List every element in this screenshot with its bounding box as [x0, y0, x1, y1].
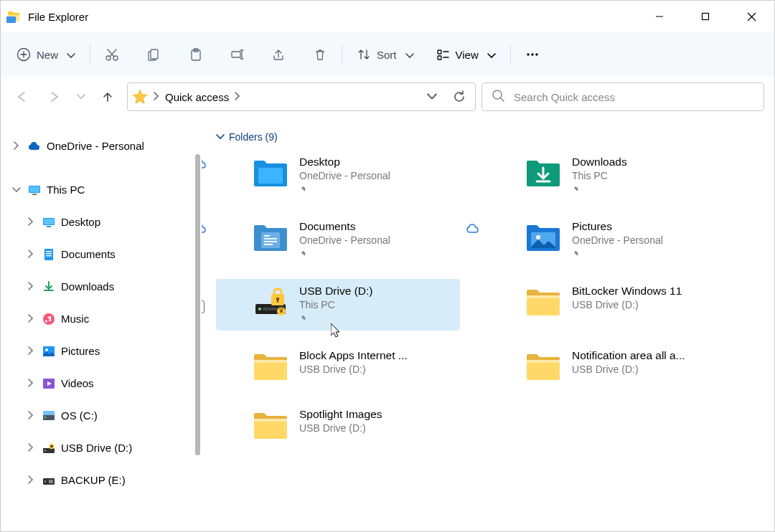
- item-title: Desktop: [299, 156, 390, 168]
- section-header[interactable]: Folders (9): [216, 131, 760, 143]
- separator: [510, 44, 511, 65]
- item-icon: [41, 343, 57, 359]
- folder-item[interactable]: Spotlight Images USB Drive (D:): [216, 402, 460, 448]
- sort-button[interactable]: Sort: [349, 40, 421, 69]
- item-title: BitLocker Windows 11: [572, 285, 682, 298]
- item-title: Block Apps Internet ...: [299, 349, 408, 362]
- main: OneDrive - Personal This PC Desktop Docu…: [1, 121, 774, 532]
- folder-item[interactable]: Notification area all a... USB Drive (D:…: [489, 343, 733, 389]
- sort-icon: [357, 47, 371, 62]
- rename-button[interactable]: [222, 40, 251, 69]
- item-subtitle: USB Drive (D:): [299, 422, 382, 434]
- copy-icon: [146, 47, 161, 62]
- tree-label: This PC: [47, 184, 85, 196]
- tree-thispc[interactable]: This PC: [4, 174, 199, 206]
- refresh-button[interactable]: [448, 85, 471, 108]
- item-icon: [41, 311, 57, 327]
- cloud-icon: [202, 157, 207, 174]
- checkbox[interactable]: [202, 300, 205, 313]
- content-area[interactable]: Folders (9) Desktop OneDrive - Personal …: [202, 121, 774, 532]
- tree-label: OneDrive - Personal: [47, 140, 144, 152]
- tree-item[interactable]: Music: [4, 303, 199, 335]
- tree-item[interactable]: Downloads: [4, 270, 199, 303]
- chevron-right-icon[interactable]: [25, 282, 37, 292]
- tree-item[interactable]: Desktop: [4, 206, 199, 238]
- chevron-right-icon[interactable]: [25, 475, 37, 485]
- folder-item[interactable]: Documents OneDrive - Personal: [216, 214, 460, 266]
- chevron-right-icon[interactable]: [25, 411, 37, 421]
- folder-icon: [523, 349, 563, 384]
- tree-item[interactable]: BACKUP (E:): [4, 464, 199, 496]
- forward-button[interactable]: [41, 83, 68, 110]
- item-title: Documents: [299, 220, 390, 233]
- new-button[interactable]: New: [9, 40, 83, 69]
- item-title: Spotlight Images: [299, 408, 382, 421]
- search-input[interactable]: [514, 91, 755, 103]
- item-title: Pictures: [572, 220, 663, 233]
- folder-item[interactable]: Pictures OneDrive - Personal: [489, 214, 733, 266]
- folder-item[interactable]: Downloads This PC: [489, 150, 733, 201]
- tree-label: Videos: [61, 377, 94, 389]
- share-button[interactable]: [264, 40, 293, 69]
- tree-item[interactable]: Documents: [4, 238, 199, 270]
- paste-icon: [188, 47, 202, 62]
- tree-item[interactable]: Pictures: [4, 335, 199, 367]
- chevron-right-icon[interactable]: [25, 314, 37, 324]
- maximize-button[interactable]: [682, 1, 728, 32]
- chevron-right-icon[interactable]: [11, 141, 22, 151]
- tree-label: Music: [61, 313, 89, 325]
- chevron-right-icon[interactable]: [152, 92, 161, 102]
- cut-button[interactable]: [98, 40, 126, 69]
- folder-item[interactable]: USB Drive (D:) This PC: [216, 279, 460, 331]
- trash-icon: [313, 47, 327, 62]
- cursor-icon: [331, 323, 341, 341]
- window-controls: [637, 1, 774, 32]
- up-button[interactable]: [94, 83, 121, 110]
- address-bar[interactable]: Quick access: [127, 82, 476, 111]
- copy-button[interactable]: [139, 40, 168, 69]
- pin-icon: [572, 185, 627, 196]
- minimize-button[interactable]: [637, 1, 682, 32]
- chevron-down-icon[interactable]: [11, 186, 22, 194]
- window-title: File Explorer: [28, 11, 637, 23]
- paste-button[interactable]: [181, 40, 210, 69]
- delete-button[interactable]: [306, 40, 334, 69]
- back-button[interactable]: [8, 83, 35, 110]
- rename-icon: [230, 47, 244, 62]
- more-button[interactable]: [518, 40, 547, 69]
- tree-label: OS (C:): [61, 409, 98, 422]
- tree-item[interactable]: Videos: [4, 367, 199, 399]
- chevron-right-icon[interactable]: [25, 217, 37, 227]
- folder-item[interactable]: BitLocker Windows 11 USB Drive (D:): [489, 279, 733, 331]
- scrollbar-thumb[interactable]: [195, 154, 200, 455]
- folder-item[interactable]: Block Apps Internet ... USB Drive (D:): [216, 343, 460, 389]
- tree-item[interactable]: USB Drive (D:): [4, 432, 199, 464]
- item-subtitle: This PC: [572, 170, 627, 181]
- chevron-right-icon[interactable]: [233, 92, 242, 102]
- chevron-right-icon[interactable]: [25, 443, 37, 453]
- address-dropdown-button[interactable]: [421, 85, 443, 108]
- tree-onedrive[interactable]: OneDrive - Personal: [4, 130, 199, 162]
- chevron-right-icon[interactable]: [25, 379, 37, 389]
- star-icon: [132, 89, 148, 105]
- pin-icon: [299, 314, 372, 325]
- search-box[interactable]: [482, 82, 764, 111]
- folder-item[interactable]: Desktop OneDrive - Personal: [216, 150, 460, 201]
- chevron-right-icon[interactable]: [25, 250, 37, 260]
- sidebar[interactable]: OneDrive - Personal This PC Desktop Docu…: [1, 121, 202, 532]
- nav-row: Quick access: [1, 77, 774, 121]
- item-subtitle: OneDrive - Personal: [299, 170, 390, 181]
- item-subtitle: This PC: [299, 299, 372, 310]
- tree-item[interactable]: OS (C:): [4, 399, 199, 432]
- view-icon: [436, 47, 450, 62]
- tree-label: USB Drive (D:): [61, 442, 132, 454]
- breadcrumb-item[interactable]: Quick access: [165, 91, 229, 103]
- more-icon: [525, 47, 540, 62]
- recent-button[interactable]: [74, 83, 88, 110]
- chevron-right-icon[interactable]: [25, 346, 37, 356]
- close-button[interactable]: [728, 1, 774, 32]
- tree-label: Downloads: [61, 280, 114, 293]
- onedrive-icon: [27, 138, 42, 154]
- view-button[interactable]: View: [428, 40, 503, 69]
- toolbar: New Sort View: [1, 32, 774, 77]
